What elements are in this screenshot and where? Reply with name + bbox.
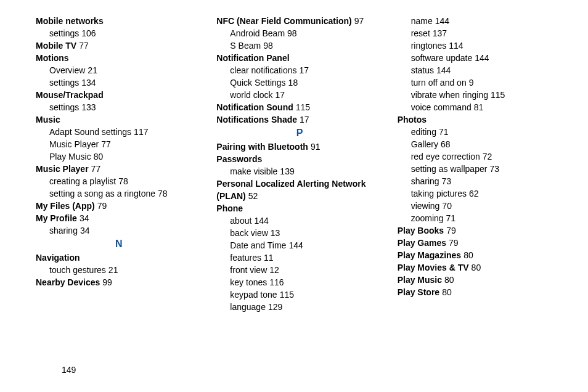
index-subentry-page: 144 [436, 65, 451, 75]
index-subentry-term: zooming [411, 213, 444, 223]
index-subentry-page: 72 [483, 152, 492, 161]
index-subentry: Play Music 80 [36, 150, 202, 163]
index-entry-page: 80 [442, 287, 452, 297]
index-subentry-term: Adapt Sound settings [49, 127, 131, 137]
index-entry-term: Phone [216, 203, 243, 213]
index-subentry: vibrate when ringing 115 [398, 89, 563, 101]
index-entry: NFC (Near Field Communication) 97 [216, 15, 382, 27]
index-entry: Music Player 77 [36, 163, 202, 175]
index-subentry-page: 70 [442, 201, 452, 211]
index-page: Mobile networkssettings 106Mobile TV 77M… [0, 0, 588, 392]
index-subentry-term: editing [411, 127, 436, 137]
index-subentry-term: features [230, 253, 261, 263]
index-subentry-page: 12 [269, 265, 279, 275]
index-subentry: creating a playlist 78 [36, 175, 202, 187]
index-subentry: settings 106 [36, 27, 202, 39]
index-subentry-term: about [230, 216, 251, 226]
index-entry: Play Music 80 [398, 274, 563, 286]
index-subentry: voice command 81 [398, 101, 563, 113]
index-subentry-page: 98 [287, 28, 297, 38]
index-subentry-term: sharing [411, 176, 439, 186]
index-entry-page: 34 [80, 213, 89, 223]
index-subentry-term: name [411, 16, 433, 26]
section-letter-text: P [296, 128, 303, 138]
index-subentry-page: 129 [268, 302, 282, 312]
index-subentry-page: 71 [439, 127, 449, 137]
index-subentry-page: 106 [81, 28, 96, 38]
index-subentry: software update 144 [398, 52, 563, 64]
index-subentry-page: 144 [288, 240, 303, 250]
index-subentry-page: 114 [449, 41, 463, 51]
index-subentry-page: 77 [101, 139, 111, 149]
index-subentry: about 144 [216, 214, 382, 227]
index-subentry-term: creating a playlist [49, 176, 116, 186]
index-entry-term: Passwords [216, 154, 262, 164]
index-subentry: sharing 73 [398, 175, 563, 187]
index-subentry-page: 81 [474, 102, 484, 112]
index-entry-term: Play Magazines [398, 250, 462, 260]
index-subentry: setting a song as a ringtone 78 [36, 187, 202, 200]
section-letter-text: N [115, 239, 123, 249]
index-entry: Notification Sound 115 [216, 101, 382, 113]
index-subentry-page: 34 [80, 226, 90, 235]
index-subentry-page: 139 [280, 166, 294, 176]
index-subentry-page: 68 [441, 139, 451, 149]
index-entry-term: Notification Sound [216, 102, 293, 112]
index-entry-term: Nearby Devices [36, 277, 100, 287]
index-entry-term: Play Books [398, 226, 444, 235]
index-entry: My Profile 34 [36, 212, 202, 224]
index-subentry-term: settings [49, 78, 79, 88]
index-entry-term: Mobile networks [36, 16, 104, 26]
index-subentry-page: 21 [108, 265, 118, 275]
index-subentry-page: 115 [280, 290, 294, 300]
index-entry-term: Navigation [36, 253, 80, 263]
index-subentry-term: Quick Settings [230, 78, 285, 88]
index-subentry: turn off and on 9 [398, 76, 563, 89]
index-subentry-term: keypad tone [230, 290, 277, 300]
index-subentry-term: Gallery [411, 139, 438, 149]
index-subentry-term: red eye correction [411, 152, 480, 161]
index-entry: Play Magazines 80 [398, 249, 563, 261]
index-subentry: reset 137 [398, 27, 563, 39]
index-subentry-term: Play Music [49, 152, 91, 161]
index-entry-page: 77 [79, 41, 89, 51]
index-entry-page: 80 [444, 275, 454, 285]
index-entry-page: 97 [354, 16, 364, 26]
index-subentry-term: Overview [49, 65, 85, 75]
index-entry: Mobile TV 77 [36, 39, 202, 52]
index-subentry: Overview 21 [36, 64, 202, 76]
index-subentry: Android Beam 98 [216, 27, 382, 39]
index-subentry-page: 80 [94, 152, 104, 161]
index-subentry-page: 133 [81, 102, 96, 112]
index-subentry-page: 9 [469, 78, 474, 88]
index-entry-term: Music [36, 115, 60, 125]
index-entry-term: Notifications Shade [216, 115, 297, 125]
index-entry-page: 52 [248, 191, 258, 201]
index-subentry-page: 18 [288, 78, 298, 88]
index-subentry-page: 78 [118, 176, 128, 186]
index-subentry-page: 115 [491, 90, 505, 100]
index-subentry-page: 144 [254, 216, 268, 226]
index-subentry-term: vibrate when ringing [411, 90, 488, 100]
index-entry-term: Motions [36, 53, 69, 63]
index-entry-term: Music Player [36, 164, 89, 174]
index-subentry: key tones 116 [216, 276, 382, 288]
index-entry-page: 91 [311, 142, 321, 152]
index-entry-term: My Profile [36, 213, 77, 223]
index-subentry-term: software update [411, 53, 473, 63]
index-entry: Photos [398, 113, 563, 126]
index-entry-page: 80 [463, 250, 473, 260]
index-subentry: Gallery 68 [398, 138, 563, 150]
index-entry: Nearby Devices 99 [36, 276, 202, 288]
index-subentry-term: status [411, 65, 434, 75]
index-entry-page: 80 [472, 263, 481, 272]
index-entry: My Files (App) 79 [36, 200, 202, 212]
index-subentry-term: setting a song as a ringtone [49, 189, 155, 198]
index-entry-term: Pairing with Bluetooth [216, 142, 308, 152]
index-entry: Personal Localized Alerting Network (PLA… [216, 178, 382, 202]
index-subentry: editing 71 [398, 126, 563, 138]
index-entry: Play Store 80 [398, 286, 563, 298]
index-subentry-page: 117 [134, 127, 148, 137]
index-subentry: ringtones 114 [398, 39, 563, 52]
index-subentry: settings 134 [36, 76, 202, 89]
